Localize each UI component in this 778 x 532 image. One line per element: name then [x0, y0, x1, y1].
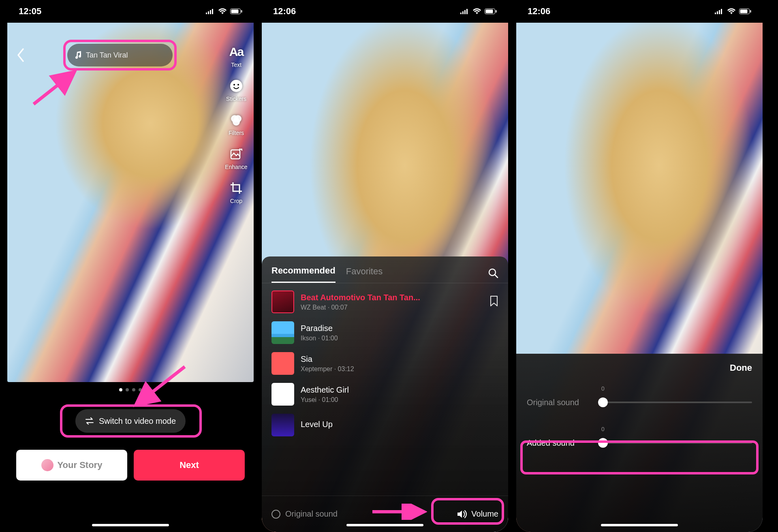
- tab-label: Recommended: [271, 265, 336, 276]
- filters-icon: [229, 113, 243, 127]
- status-time: 12:06: [273, 6, 296, 17]
- svg-rect-28: [719, 10, 720, 14]
- song-title: Paradise: [301, 324, 338, 333]
- search-button[interactable]: [488, 268, 498, 281]
- phone-volume-screen: 12:06 Done Original sound 0 Adde: [516, 0, 763, 532]
- annotation-arrow-icon: [32, 70, 80, 106]
- tool-text[interactable]: Aa Text: [224, 44, 248, 68]
- song-thumb: [271, 383, 294, 406]
- annotation-arrow-icon: [370, 504, 427, 520]
- text-icon: Aa: [229, 45, 243, 59]
- wifi-icon: [472, 8, 481, 15]
- tool-label: Enhance: [225, 164, 247, 170]
- wifi-icon: [218, 8, 227, 15]
- svg-rect-2: [210, 10, 211, 14]
- volume-sheet: Done Original sound 0 Added sound 0: [516, 354, 763, 532]
- status-icons: [206, 8, 242, 15]
- tool-label: Crop: [230, 198, 242, 204]
- song-thumb: [271, 321, 294, 344]
- song-row[interactable]: Sia Xeptemper · 03:12: [262, 348, 508, 379]
- svg-rect-17: [462, 11, 464, 14]
- wifi-icon: [727, 8, 736, 15]
- status-bar: 12:06: [516, 0, 763, 23]
- original-sound-toggle[interactable]: [271, 510, 280, 519]
- tool-stickers[interactable]: Stickers: [224, 78, 248, 102]
- editor-side-tools: Aa Text Stickers Filters Enhance Crop: [224, 44, 248, 204]
- svg-rect-26: [715, 13, 716, 14]
- sound-chip[interactable]: Tan Tan Viral: [67, 44, 173, 66]
- status-icons: [715, 8, 751, 15]
- svg-rect-16: [460, 13, 462, 14]
- page-indicator: [7, 388, 254, 391]
- song-row[interactable]: Paradise Ikson · 01:00: [262, 317, 508, 348]
- song-row[interactable]: Beat Automotivo Tan Tan Tan... WZ Beat ·…: [262, 286, 508, 317]
- swap-icon: [85, 417, 94, 425]
- signal-icon: [460, 9, 469, 14]
- signal-icon: [715, 9, 724, 14]
- tool-filters[interactable]: Filters: [224, 112, 248, 136]
- slider-knob[interactable]: [598, 438, 608, 448]
- bookmark-button[interactable]: [489, 295, 498, 308]
- tab-favorites[interactable]: Favorites: [346, 266, 383, 282]
- svg-rect-3: [212, 9, 213, 14]
- svg-rect-27: [717, 11, 718, 14]
- home-indicator: [346, 524, 423, 526]
- tab-recommended[interactable]: Recommended: [271, 265, 336, 283]
- signal-icon: [206, 9, 215, 14]
- song-title: Beat Automotivo Tan Tan Tan...: [301, 293, 420, 302]
- sticker-icon: [229, 79, 243, 93]
- svg-line-15: [138, 367, 185, 403]
- svg-rect-6: [241, 10, 242, 13]
- next-label: Next: [180, 460, 199, 470]
- back-button[interactable]: [16, 48, 25, 64]
- battery-icon: [230, 9, 242, 14]
- slider-knob[interactable]: [598, 397, 608, 407]
- bookmark-icon: [489, 295, 498, 307]
- switch-video-mode-button[interactable]: Switch to video mode: [75, 409, 186, 433]
- svg-rect-18: [464, 10, 466, 14]
- bottom-actions: Your Story Next: [16, 450, 245, 481]
- status-icons: [460, 8, 497, 15]
- added-sound-label: Added sound: [527, 438, 596, 448]
- svg-point-9: [233, 84, 235, 85]
- svg-rect-5: [231, 10, 239, 13]
- battery-icon: [739, 9, 751, 14]
- song-row[interactable]: Level Up: [262, 410, 508, 440]
- songs-list[interactable]: Beat Automotivo Tan Tan Tan... WZ Beat ·…: [262, 283, 508, 444]
- volume-label: Volume: [471, 509, 498, 519]
- added-sound-slider[interactable]: 0: [603, 435, 752, 451]
- svg-point-13: [233, 118, 240, 126]
- svg-rect-29: [721, 9, 722, 14]
- battery-icon: [485, 9, 497, 14]
- song-row[interactable]: Aesthetic Girl Yusei · 01:00: [262, 379, 508, 410]
- added-sound-row: Added sound 0: [516, 423, 763, 463]
- svg-line-24: [495, 275, 498, 278]
- svg-rect-1: [208, 11, 209, 14]
- status-time: 12:06: [528, 6, 550, 17]
- tool-enhance[interactable]: Enhance: [224, 146, 248, 170]
- original-sound-slider[interactable]: 0: [603, 394, 752, 410]
- original-sound-label: Original sound: [285, 509, 338, 519]
- enhance-icon: [230, 147, 243, 160]
- done-button[interactable]: Done: [730, 363, 752, 373]
- annotation-arrow-icon: [132, 365, 189, 409]
- volume-button[interactable]: Volume: [457, 509, 498, 519]
- music-note-icon: [75, 51, 82, 59]
- home-indicator: [601, 524, 678, 526]
- song-title: Sia: [301, 355, 354, 364]
- home-indicator: [92, 524, 169, 526]
- your-story-button[interactable]: Your Story: [16, 450, 127, 481]
- added-sound-value: 0: [601, 426, 605, 432]
- next-button[interactable]: Next: [134, 450, 245, 481]
- tool-label: Filters: [229, 130, 244, 136]
- original-sound-row: Original sound 0: [516, 382, 763, 423]
- song-title: Aesthetic Girl: [301, 385, 349, 395]
- phone-editor-screen: 12:05 Tan Tan Viral Aa Text: [7, 0, 254, 532]
- song-thumb: [271, 291, 294, 313]
- song-thumb: [271, 352, 294, 375]
- status-bar: 12:06: [262, 0, 508, 23]
- your-story-label: Your Story: [58, 460, 103, 470]
- song-sub: WZ Beat · 00:07: [301, 304, 420, 311]
- svg-point-10: [237, 84, 239, 85]
- tool-crop[interactable]: Crop: [224, 180, 248, 204]
